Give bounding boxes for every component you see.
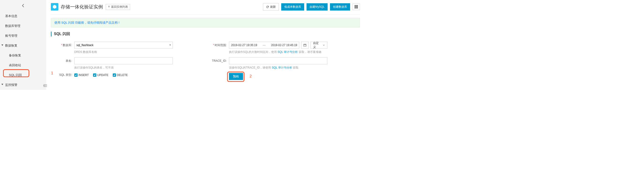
table-input[interactable] — [74, 57, 173, 64]
trace-id-input[interactable] — [229, 57, 328, 64]
notice-text: 使用 SQL 闪回 功能前，请先仔细阅读产品文档 ! — [54, 21, 120, 24]
annotation-number-2: 2 — [250, 74, 252, 78]
sidebar-item-account-manage[interactable]: 账号管理 — [0, 31, 46, 41]
sidebar-item-sql-flashback[interactable]: SQL 闪回 1 — [0, 70, 46, 80]
sidebar-item-label: 表回收站 — [9, 63, 21, 67]
back-to-list-label: 返回实例列表 — [111, 5, 128, 9]
svg-rect-0 — [304, 44, 306, 46]
back-to-list-button[interactable]: 返回实例列表 — [106, 4, 130, 10]
sidebar-item-basic-info[interactable]: 基本信息 — [0, 11, 46, 21]
sidebar-group-label: 数据恢复 — [5, 44, 17, 47]
cube-icon — [52, 4, 57, 9]
refresh-label: 刷新 — [270, 5, 276, 9]
refresh-button[interactable]: 刷新 — [263, 3, 279, 10]
caret-down-icon — [2, 84, 3, 85]
sidebar-group-data-recover[interactable]: 数据恢复 — [0, 41, 46, 50]
up-arrow-icon — [108, 5, 110, 8]
sql-type-label: SQL 类型: — [51, 73, 74, 77]
trace-id-label: TRACE_ID: — [206, 59, 229, 62]
time-range-label: *时间范围: — [206, 43, 229, 47]
sidebar-collapse-handle[interactable] — [43, 84, 47, 88]
section-title: SQL 闪回 — [51, 31, 360, 36]
time-preset-select[interactable]: 自定义 — [310, 42, 328, 49]
chevron-left-icon — [21, 3, 25, 8]
time-range-input[interactable]: 2019-02-27 19:35:19 — 2019-02-27 19:45:1… — [229, 42, 299, 49]
lowcost-db-button[interactable]: 低成本数据库 — [281, 3, 304, 10]
time-dash: — — [263, 43, 266, 47]
sql-audit-link-1[interactable]: SQL 审计与分析 — [278, 50, 298, 54]
sidebar-item-backup-restore[interactable]: 备份恢复 — [0, 50, 46, 60]
calendar-button[interactable] — [301, 42, 309, 49]
page-header: 存储一体化验证实例 返回实例列表 刷新 低成本数据库 自建MySQL 创建数据库 — [51, 1, 360, 13]
sidebar-item-label: 备份恢复 — [9, 54, 21, 57]
annotation-number-1: 1 — [51, 71, 53, 75]
sidebar-item-table-recycle[interactable]: 表回收站 — [0, 60, 46, 70]
sql-type-delete-checkbox[interactable]: DELETE — [113, 73, 128, 77]
self-mysql-button[interactable]: 自建MySQL — [306, 3, 328, 10]
sidebar: 基本信息 数据库管理 账号管理 数据恢复 备份恢复 表回收站 SQL 闪回 1 … — [0, 0, 46, 90]
time-from: 2019-02-27 19:35:19 — [231, 43, 257, 47]
sidebar-group-monitor[interactable]: 监控报警 — [0, 80, 46, 90]
grid-icon — [354, 5, 358, 8]
precheck-button[interactable]: 预检 — [229, 73, 243, 80]
page-title: 存储一体化验证实例 — [61, 4, 103, 10]
time-to: 2019-02-27 19:45:19 — [271, 43, 297, 47]
sidebar-item-label: 账号管理 — [5, 34, 17, 37]
sidebar-item-label: 数据库管理 — [5, 24, 20, 28]
product-logo — [51, 3, 58, 10]
sidebar-group-label: 监控报警 — [5, 83, 17, 87]
time-range-hint: 执行误操作SQL的大致时间区间，使用 SQL 审计与分析 获取，请尽量准确 — [229, 50, 328, 54]
refresh-icon — [266, 5, 269, 8]
table-label: 表名: — [51, 59, 74, 63]
header-divider — [51, 14, 360, 15]
database-label: *数据库: — [51, 43, 74, 47]
sql-type-insert-checkbox[interactable]: INSERT — [74, 73, 89, 77]
info-notice: 使用 SQL 闪回 功能前，请先仔细阅读产品文档 ! — [51, 18, 360, 27]
back-button[interactable] — [0, 0, 46, 11]
sql-type-update-checkbox[interactable]: UPDATE — [93, 73, 108, 77]
sidebar-item-db-manage[interactable]: 数据库管理 — [0, 21, 46, 31]
database-select[interactable]: sql_flashback — [74, 42, 173, 49]
collapse-icon — [43, 84, 47, 87]
sidebar-item-label: 基本信息 — [5, 14, 17, 18]
chevron-down-icon — [323, 44, 325, 46]
table-hint: 执行误操作SQL的表名，可不填 — [74, 66, 173, 70]
caret-down-icon — [2, 44, 3, 46]
grid-view-button[interactable] — [352, 3, 360, 10]
database-hint: DRDS 数据库名称 — [74, 50, 173, 54]
sql-audit-link-2[interactable]: SQL 审计与分析 — [272, 66, 292, 69]
calendar-icon — [303, 43, 306, 47]
sidebar-item-label: SQL 闪回 — [9, 73, 22, 77]
trace-id-hint: 误操作SQL的TRACE_ID，请使用 SQL 审计与分析 获取 — [229, 66, 328, 70]
create-db-button[interactable]: 创建数据库 — [330, 3, 350, 10]
